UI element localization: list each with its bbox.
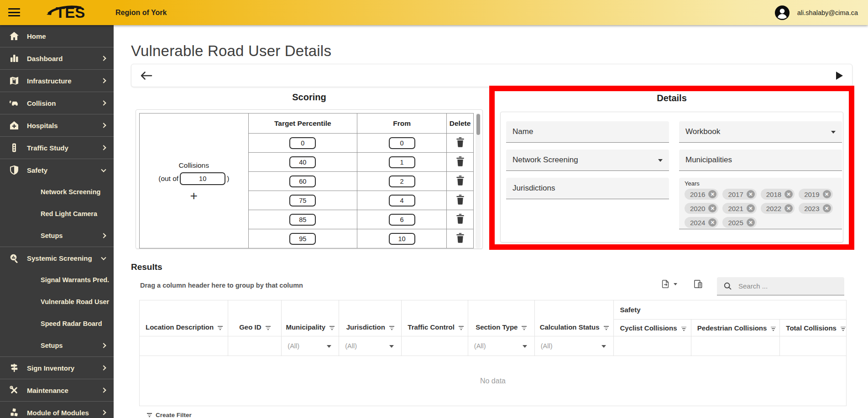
sidebar-item-hospitals[interactable]: Hospitals (0, 114, 114, 136)
workbook-dropdown[interactable]: Workbook (679, 121, 842, 143)
sidebar-item-speed-radar-board[interactable]: Speed Radar Board (0, 313, 114, 335)
create-filter-button[interactable]: Create Filter (143, 412, 192, 418)
column-header-total-collisions[interactable]: Total Collisions (780, 320, 847, 336)
header-filter-icon[interactable] (681, 327, 686, 331)
hamburger-menu-icon[interactable] (7, 6, 21, 18)
name-field[interactable]: Name (506, 121, 669, 143)
column-header-calculation-status[interactable]: Calculation Status (534, 300, 614, 336)
filter-cell[interactable] (228, 336, 282, 356)
sidebar-item-safety-setups[interactable]: Setups (0, 225, 114, 247)
target-percentile-input[interactable] (289, 233, 316, 245)
header-filter-icon[interactable] (771, 327, 776, 331)
sidebar-item-safety[interactable]: Safety (0, 159, 114, 181)
remove-year-icon[interactable]: ✕ (708, 218, 716, 227)
sidebar-item-dashboard[interactable]: Dashboard (0, 47, 114, 69)
target-percentile-input[interactable] (289, 137, 316, 149)
sidebar-item-maintenance[interactable]: Maintenance (0, 379, 114, 401)
network-screening-dropdown[interactable]: Network Screening (506, 150, 669, 171)
sidebar-item-home[interactable]: Home (0, 25, 114, 47)
back-button[interactable] (140, 71, 153, 82)
from-input[interactable] (389, 195, 415, 206)
traffic-light-icon (9, 142, 20, 153)
header-filter-icon[interactable] (522, 326, 527, 330)
target-percentile-input[interactable] (289, 195, 316, 206)
column-header-geo-id[interactable]: Geo ID (228, 300, 282, 336)
signpost-icon (9, 362, 20, 373)
from-input[interactable] (389, 233, 415, 245)
search-input[interactable] (737, 282, 840, 290)
sidebar-item-module-of-modules[interactable]: Module of Modules (0, 402, 114, 418)
target-percentile-header: Target Percentile (248, 114, 357, 134)
header-filter-icon[interactable] (459, 326, 464, 330)
remove-year-icon[interactable]: ✕ (784, 204, 793, 212)
header-filter-icon[interactable] (266, 326, 271, 330)
remove-year-icon[interactable]: ✕ (708, 204, 716, 212)
filter-cell[interactable] (780, 336, 847, 356)
column-header-traffic-control[interactable]: Traffic Control (402, 300, 468, 336)
remove-year-icon[interactable]: ✕ (747, 204, 755, 212)
column-chooser-button[interactable] (693, 279, 703, 289)
remove-year-icon[interactable]: ✕ (823, 204, 831, 212)
shield-icon (9, 165, 20, 175)
user-menu[interactable]: ali.shalaby@cima.ca (774, 0, 858, 25)
add-row-button[interactable]: + (190, 191, 198, 201)
filter-cell[interactable] (691, 336, 780, 356)
header-filter-icon[interactable] (218, 326, 223, 330)
remove-year-icon[interactable]: ✕ (784, 190, 793, 198)
column-header-municipality[interactable]: Municipality (282, 300, 339, 336)
details-heading: Details (495, 93, 849, 103)
header-filter-icon[interactable] (389, 326, 394, 330)
sidebar-item-red-light-camera[interactable]: Red Light Camera (0, 203, 114, 225)
scoring-scrollbar[interactable] (476, 113, 481, 248)
delete-row-button[interactable] (456, 137, 465, 147)
header-filter-icon[interactable] (329, 326, 335, 330)
jurisdictions-field[interactable]: Jurisdictions (506, 178, 669, 199)
from-input[interactable] (389, 137, 415, 149)
column-header-pedestrian-collisions[interactable]: Pedestrian Collisions (691, 320, 780, 336)
out-of-input[interactable] (180, 172, 225, 185)
delete-row-button[interactable] (456, 175, 465, 186)
target-percentile-input[interactable] (289, 156, 316, 168)
delete-row-button[interactable] (456, 194, 465, 205)
column-header-location-description[interactable]: Location Description (140, 300, 228, 336)
filter-cell-jurisdiction[interactable]: (All) (339, 336, 402, 356)
delete-row-button[interactable] (456, 156, 465, 166)
filter-cell-municipality[interactable]: (All) (282, 336, 339, 356)
chevron-down-icon (674, 283, 677, 285)
sidebar-item-infrastructure[interactable]: Infrastructure (0, 70, 114, 92)
filter-cell[interactable] (140, 336, 228, 356)
header-filter-icon[interactable] (604, 326, 609, 330)
filter-cell-calculation-status[interactable]: (All) (534, 336, 614, 356)
column-header-cyclist-collisions[interactable]: Cyclist Collisions (614, 320, 691, 336)
column-header-jurisdiction[interactable]: Jurisdiction (339, 300, 402, 336)
sidebar-item-systemic-screening[interactable]: Systemic Screening (0, 247, 114, 269)
remove-year-icon[interactable]: ✕ (823, 190, 831, 198)
remove-year-icon[interactable]: ✕ (708, 190, 716, 198)
export-button[interactable] (660, 279, 677, 289)
filter-cell-section-type[interactable]: (All) (468, 336, 534, 356)
from-input[interactable] (389, 175, 415, 187)
filter-cell[interactable] (614, 336, 691, 356)
target-percentile-input[interactable] (289, 214, 316, 226)
sidebar-item-network-screening[interactable]: Network Screening (0, 181, 114, 203)
sidebar-item-signal-warrants-pred[interactable]: Signal Warrants Pred. (0, 269, 114, 291)
years-field[interactable]: Years 2016✕ 2017✕ 2018✕ 2019✕ 2020✕ 2021… (679, 178, 842, 229)
delete-row-button[interactable] (456, 213, 465, 224)
sidebar-item-systemic-setups[interactable]: Setups (0, 335, 114, 356)
sidebar-item-traffic-study[interactable]: Traffic Study (0, 137, 114, 159)
municipalities-field[interactable]: Municipalities (679, 150, 842, 171)
header-filter-icon[interactable] (841, 327, 846, 331)
remove-year-icon[interactable]: ✕ (747, 190, 755, 198)
target-percentile-input[interactable] (289, 175, 316, 187)
column-header-section-type[interactable]: Section Type (468, 300, 534, 336)
from-input[interactable] (389, 156, 415, 168)
from-input[interactable] (389, 214, 415, 226)
delete-row-button[interactable] (456, 232, 465, 243)
remove-year-icon[interactable]: ✕ (747, 218, 755, 227)
run-button[interactable] (836, 72, 843, 80)
sidebar-item-sign-inventory[interactable]: Sign Inventory (0, 357, 114, 379)
sidebar-item-collision[interactable]: Collision (0, 92, 114, 114)
sidebar-item-vulnerable-road-user[interactable]: Vulnerable Road User (0, 291, 114, 313)
filter-cell[interactable] (402, 336, 468, 356)
details-highlight-box: Details Name Network Screening Jurisdict… (489, 86, 854, 250)
